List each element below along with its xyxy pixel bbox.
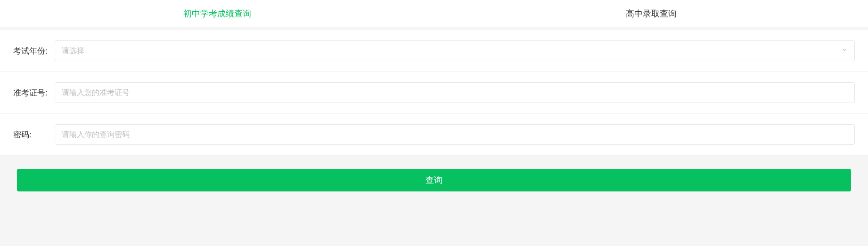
ticket-label: 准考证号: <box>13 87 55 98</box>
chevron-down-icon <box>841 47 848 55</box>
form-row-year: 考试年份: 请选择 <box>0 30 868 72</box>
tab-admission-query[interactable]: 高中录取查询 <box>434 0 868 27</box>
submit-button[interactable]: 查询 <box>17 169 851 191</box>
form-row-password: 密码: <box>0 114 868 156</box>
year-select[interactable]: 请选择 <box>55 40 855 61</box>
year-select-placeholder: 请选择 <box>62 46 84 56</box>
form-row-ticket: 准考证号: <box>0 72 868 114</box>
tab-bar: 初中学考成绩查询 高中录取查询 <box>0 0 868 27</box>
year-label: 考试年份: <box>13 46 55 56</box>
tab-label: 初中学考成绩查询 <box>183 8 251 19</box>
submit-area: 查询 <box>0 156 868 205</box>
submit-button-label: 查询 <box>426 175 442 186</box>
query-form: 考试年份: 请选择 准考证号: 密码: <box>0 30 868 156</box>
password-label: 密码: <box>13 129 55 140</box>
ticket-input[interactable] <box>55 82 855 103</box>
password-input[interactable] <box>55 124 855 145</box>
tab-label: 高中录取查询 <box>626 8 677 19</box>
tab-score-query[interactable]: 初中学考成绩查询 <box>0 0 434 27</box>
